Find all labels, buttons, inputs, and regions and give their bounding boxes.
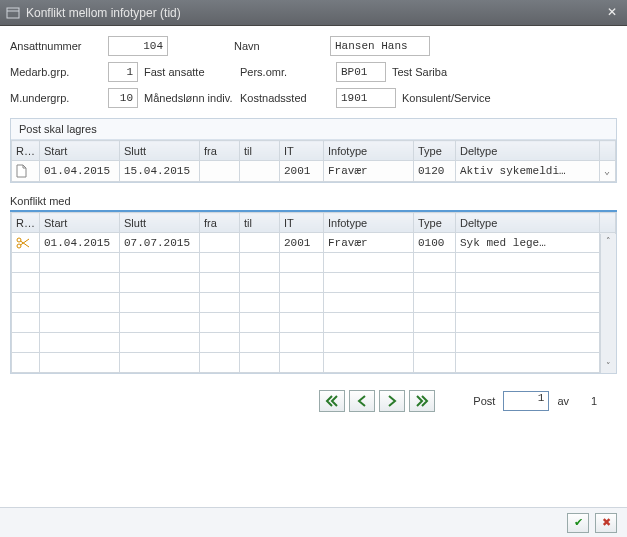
- last-record-button[interactable]: [409, 390, 435, 412]
- post-value-field[interactable]: 1: [503, 391, 549, 411]
- col-fra[interactable]: fra: [200, 141, 240, 161]
- table-header: Re... Start Slutt fra til IT Infotype Ty…: [12, 213, 616, 233]
- footer: ✔ ✖: [0, 507, 627, 537]
- col-infotype[interactable]: Infotype: [324, 141, 414, 161]
- col-til[interactable]: til: [240, 141, 280, 161]
- scroll-up-icon[interactable]: ˄: [606, 236, 611, 246]
- titlebar: Konflikt mellom infotyper (tid) ✕: [0, 0, 627, 26]
- ansattnummer-field[interactable]: 104: [108, 36, 168, 56]
- chevron-down-icon[interactable]: ⌄: [600, 161, 616, 182]
- persomr-label: Pers.omr.: [240, 66, 330, 78]
- panel2-title: Konflikt med: [10, 195, 617, 207]
- mundergrp-text: Månedslønn indiv.: [144, 92, 234, 104]
- cell-deltype: Syk med lege…: [456, 233, 600, 253]
- col-slutt[interactable]: Slutt: [120, 213, 200, 233]
- table-row[interactable]: 01.04.2015 15.04.2015 2001 Fravær 0120 A…: [12, 161, 616, 182]
- col-it[interactable]: IT: [280, 141, 324, 161]
- scroll-down-icon[interactable]: ˅: [606, 361, 611, 371]
- svg-rect-0: [7, 8, 19, 18]
- cell-start: 01.04.2015: [40, 233, 120, 253]
- mundergrp-field[interactable]: 10: [108, 88, 138, 108]
- persomr-field[interactable]: BP01: [336, 62, 386, 82]
- kostnad-text: Konsulent/Service: [402, 92, 491, 104]
- col-deltype[interactable]: Deltype: [456, 213, 600, 233]
- scroll-col: [600, 213, 616, 233]
- first-record-button[interactable]: [319, 390, 345, 412]
- cell-til: [240, 233, 280, 253]
- cancel-button[interactable]: ✖: [595, 513, 617, 533]
- window-title: Konflikt mellom infotyper (tid): [26, 6, 603, 20]
- cell-type: 0100: [414, 233, 456, 253]
- vertical-scrollbar[interactable]: ˄ ˅: [600, 234, 616, 373]
- col-type[interactable]: Type: [414, 141, 456, 161]
- cell-it: 2001: [280, 161, 324, 182]
- medarb-label: Medarb.grp.: [10, 66, 102, 78]
- medarb-field[interactable]: 1: [108, 62, 138, 82]
- cell-start: 01.04.2015: [40, 161, 120, 182]
- table-header: Re... Start Slutt fra til IT Infotype Ty…: [12, 141, 616, 161]
- col-slutt[interactable]: Slutt: [120, 141, 200, 161]
- col-start[interactable]: Start: [40, 141, 120, 161]
- cell-infotype: Fravær: [324, 161, 414, 182]
- cell-infotype: Fravær: [324, 233, 414, 253]
- mundergrp-label: M.undergrp.: [10, 92, 102, 104]
- table-row[interactable]: [12, 293, 616, 313]
- cell-slutt: 07.07.2015: [120, 233, 200, 253]
- cell-fra: [200, 233, 240, 253]
- panel1-table: Re... Start Slutt fra til IT Infotype Ty…: [11, 140, 616, 182]
- table-row[interactable]: [12, 353, 616, 373]
- navn-field[interactable]: Hansen Hans: [330, 36, 430, 56]
- kostnad-label: Kostnadssted: [240, 92, 330, 104]
- col-re[interactable]: Re...: [12, 213, 40, 233]
- col-fra[interactable]: fra: [200, 213, 240, 233]
- cell-it: 2001: [280, 233, 324, 253]
- ok-button[interactable]: ✔: [567, 513, 589, 533]
- panel1-title: Post skal lagres: [11, 119, 616, 140]
- kostnad-field[interactable]: 1901: [336, 88, 396, 108]
- scroll-col: [600, 141, 616, 161]
- next-record-button[interactable]: [379, 390, 405, 412]
- col-it[interactable]: IT: [280, 213, 324, 233]
- table-row[interactable]: [12, 253, 616, 273]
- persomr-text: Test Sariba: [392, 66, 447, 78]
- close-icon[interactable]: ✕: [603, 4, 621, 22]
- col-start[interactable]: Start: [40, 213, 120, 233]
- cell-deltype: Aktiv sykemeldi…: [456, 161, 600, 182]
- col-til[interactable]: til: [240, 213, 280, 233]
- table-row[interactable]: [12, 333, 616, 353]
- post-label: Post: [473, 395, 495, 407]
- medarb-text: Fast ansatte: [144, 66, 234, 78]
- cell-slutt: 15.04.2015: [120, 161, 200, 182]
- av-label: av: [557, 395, 569, 407]
- panel-post-skal-lagres: Post skal lagres Re... Start Slutt fra t…: [10, 118, 617, 183]
- ansattnummer-label: Ansattnummer: [10, 40, 102, 52]
- col-re[interactable]: Re...: [12, 141, 40, 161]
- scissors-icon: [12, 233, 40, 253]
- navn-label: Navn: [234, 40, 324, 52]
- post-total: 1: [577, 395, 597, 407]
- panel2-table: Re... Start Slutt fra til IT Infotype Ty…: [11, 212, 616, 373]
- document-icon: [12, 161, 40, 182]
- cell-type: 0120: [414, 161, 456, 182]
- cell-til: [240, 161, 280, 182]
- col-type[interactable]: Type: [414, 213, 456, 233]
- table-row[interactable]: [12, 313, 616, 333]
- col-deltype[interactable]: Deltype: [456, 141, 600, 161]
- table-row[interactable]: [12, 273, 616, 293]
- table-row[interactable]: 01.04.2015 07.07.2015 2001 Fravær 0100 S…: [12, 233, 616, 253]
- prev-record-button[interactable]: [349, 390, 375, 412]
- col-infotype[interactable]: Infotype: [324, 213, 414, 233]
- window-icon: [6, 6, 20, 20]
- cell-fra: [200, 161, 240, 182]
